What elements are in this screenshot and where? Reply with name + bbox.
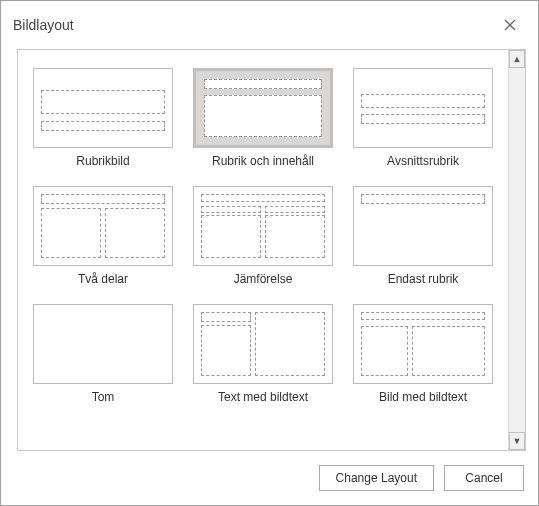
layout-label: Avsnittsrubrik: [387, 154, 459, 168]
scroll-down-button[interactable]: ▼: [509, 432, 525, 450]
layout-label: Bild med bildtext: [379, 390, 467, 404]
scroll-track[interactable]: [509, 68, 525, 432]
layout-option-endast-rubrik[interactable]: Endast rubrik: [346, 182, 500, 298]
dialog-title: Bildlayout: [13, 17, 74, 33]
slide-layout-dialog: Bildlayout RubrikbildRubrik och innehåll…: [0, 0, 539, 506]
layout-thumbnail: [33, 304, 173, 384]
layout-label: Rubrik och innehåll: [212, 154, 314, 168]
layout-label: Tom: [92, 390, 115, 404]
layout-option-avsnittsrubrik[interactable]: Avsnittsrubrik: [346, 64, 500, 180]
layout-option-bild-bildtext[interactable]: Bild med bildtext: [346, 300, 500, 416]
scroll-up-button[interactable]: ▲: [509, 50, 525, 68]
content-area: RubrikbildRubrik och innehållAvsnittsrub…: [17, 49, 526, 451]
layout-grid-container: RubrikbildRubrik och innehållAvsnittsrub…: [18, 50, 508, 450]
layout-thumbnail: [193, 304, 333, 384]
close-button[interactable]: [494, 9, 526, 41]
layout-option-tom[interactable]: Tom: [26, 300, 180, 416]
layout-option-tva-delar[interactable]: Två delar: [26, 182, 180, 298]
layout-grid: RubrikbildRubrik och innehållAvsnittsrub…: [26, 64, 500, 416]
change-layout-button[interactable]: Change Layout: [319, 465, 434, 491]
vertical-scrollbar[interactable]: ▲ ▼: [508, 50, 526, 450]
layout-label: Endast rubrik: [388, 272, 459, 286]
layout-thumbnail: [33, 68, 173, 148]
cancel-button[interactable]: Cancel: [444, 465, 524, 491]
layout-label: Jämförelse: [234, 272, 293, 286]
layout-thumbnail: [193, 68, 333, 148]
layout-option-rubrik-innehall[interactable]: Rubrik och innehåll: [186, 64, 340, 180]
close-icon: [504, 19, 516, 31]
layout-thumbnail: [353, 304, 493, 384]
layout-option-jamforelse[interactable]: Jämförelse: [186, 182, 340, 298]
layout-thumbnail: [353, 68, 493, 148]
layout-thumbnail: [353, 186, 493, 266]
layout-label: Text med bildtext: [218, 390, 308, 404]
layout-thumbnail: [33, 186, 173, 266]
layout-option-rubrikbild[interactable]: Rubrikbild: [26, 64, 180, 180]
dialog-footer: Change Layout Cancel: [1, 451, 538, 505]
layout-option-text-bildtext[interactable]: Text med bildtext: [186, 300, 340, 416]
layout-label: Rubrikbild: [76, 154, 129, 168]
titlebar: Bildlayout: [1, 1, 538, 49]
layout-label: Två delar: [78, 272, 128, 286]
layout-thumbnail: [193, 186, 333, 266]
